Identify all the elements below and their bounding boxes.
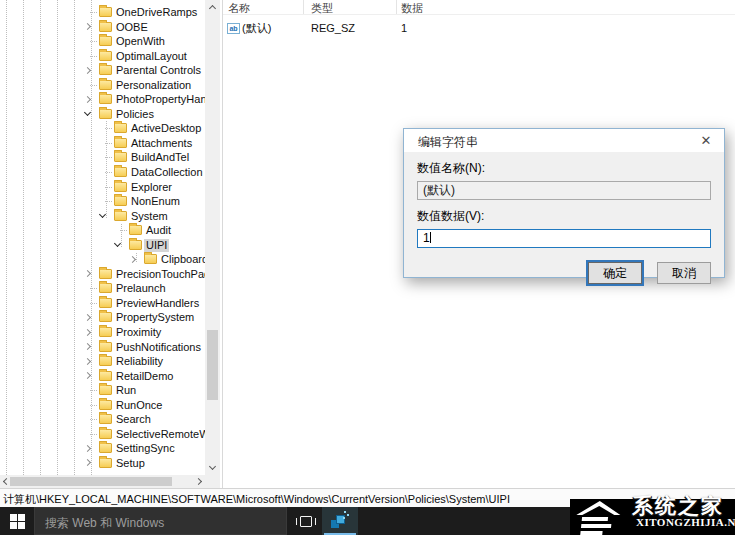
horizontal-scroll-thumb[interactable] xyxy=(10,477,172,486)
tree-item-selectiveremotewipe[interactable]: SelectiveRemoteWipe xyxy=(0,427,205,442)
value-row-default[interactable]: ab (默认) REG_SZ 1 xyxy=(223,21,735,35)
tree-item-label[interactable]: Policies xyxy=(114,108,156,121)
tree-item-uipi[interactable]: UIPI xyxy=(0,238,205,253)
column-header-data[interactable]: 数据 xyxy=(397,0,735,14)
cancel-button[interactable]: 取消 xyxy=(657,262,711,284)
tree-item-onedriveramps[interactable]: OneDriveRamps xyxy=(0,5,205,20)
chevron-right-icon[interactable] xyxy=(84,328,91,335)
tree-item-label[interactable]: ActiveDesktop xyxy=(129,122,203,135)
tree-item-label[interactable]: OOBE xyxy=(114,21,150,34)
tree-item-label[interactable]: PropertySystem xyxy=(114,311,196,324)
registry-tree[interactable]: OneDriveRampsOOBEOpenWithOptimalLayoutPa… xyxy=(0,0,205,475)
tree-item-label[interactable]: Run xyxy=(114,384,138,397)
tree-item-parental-controls[interactable]: Parental Controls xyxy=(0,63,205,78)
scroll-down-icon[interactable] xyxy=(209,463,216,470)
tree-item-run[interactable]: Run xyxy=(0,383,205,398)
tree-item-retaildemo[interactable]: RetailDemo xyxy=(0,369,205,384)
vertical-scroll-thumb[interactable] xyxy=(207,330,218,400)
tree-item-label[interactable]: NonEnum xyxy=(129,195,182,208)
value-data-input[interactable]: 1 xyxy=(417,229,711,248)
tree-item-label[interactable]: OptimalLayout xyxy=(114,50,189,63)
tree-item-label[interactable]: PreviewHandlers xyxy=(114,297,201,310)
chevron-down-icon[interactable] xyxy=(84,109,91,116)
tree-item-audit[interactable]: Audit xyxy=(0,223,205,238)
chevron-right-icon[interactable] xyxy=(84,270,91,277)
taskbar-search-input[interactable]: 搜索 Web 和 Windows xyxy=(34,507,287,535)
tree-horizontal-scrollbar[interactable] xyxy=(0,475,205,488)
tree-item-personalization[interactable]: Personalization xyxy=(0,78,205,93)
tree-item-label[interactable]: SelectiveRemoteWipe xyxy=(114,428,205,441)
dialog-titlebar[interactable]: 编辑字符串 ✕ xyxy=(404,129,724,152)
tree-item-label[interactable]: UIPI xyxy=(144,239,169,252)
tree-item-label[interactable]: PrecisionTouchPad xyxy=(114,268,205,281)
tree-item-policies[interactable]: Policies xyxy=(0,107,205,122)
chevron-right-icon[interactable] xyxy=(84,314,91,321)
chevron-right-icon[interactable] xyxy=(84,23,91,30)
tree-item-optimallayout[interactable]: OptimalLayout xyxy=(0,49,205,64)
tree-item-settingsync[interactable]: SettingSync xyxy=(0,441,205,456)
tree-item-label[interactable]: System xyxy=(129,210,170,223)
tree-item-label[interactable]: OneDriveRamps xyxy=(114,6,199,19)
chevron-right-icon[interactable] xyxy=(129,256,136,263)
tree-item-label[interactable]: DataCollection xyxy=(129,166,205,179)
tree-item-search[interactable]: Search xyxy=(0,412,205,427)
tree-vertical-scrollbar[interactable] xyxy=(205,0,220,475)
start-button[interactable] xyxy=(0,507,34,535)
chevron-right-icon[interactable] xyxy=(84,358,91,365)
chevron-right-icon[interactable] xyxy=(84,67,91,74)
ok-button[interactable]: 确定 xyxy=(588,262,642,284)
chevron-down-icon[interactable] xyxy=(114,240,121,247)
tree-item-photopropertyhandle[interactable]: PhotoPropertyHandle xyxy=(0,92,205,107)
tree-item-label[interactable]: PushNotifications xyxy=(114,341,203,354)
tree-item-label[interactable]: Prelaunch xyxy=(114,282,168,295)
scroll-left-icon[interactable] xyxy=(3,478,10,485)
tree-item-label[interactable]: SettingSync xyxy=(114,442,177,455)
scroll-up-icon[interactable] xyxy=(209,5,216,12)
tree-item-runonce[interactable]: RunOnce xyxy=(0,398,205,413)
tree-item-datacollection[interactable]: DataCollection xyxy=(0,165,205,180)
chevron-right-icon[interactable] xyxy=(84,445,91,452)
tree-item-previewhandlers[interactable]: PreviewHandlers xyxy=(0,296,205,311)
tree-item-label[interactable]: Personalization xyxy=(114,79,193,92)
tree-item-propertysystem[interactable]: PropertySystem xyxy=(0,310,205,325)
chevron-down-icon[interactable] xyxy=(99,211,106,218)
taskbar-regedit-button[interactable] xyxy=(322,507,358,535)
tree-item-buildandtel[interactable]: BuildAndTel xyxy=(0,150,205,165)
tree-item-activedesktop[interactable]: ActiveDesktop xyxy=(0,121,205,136)
chevron-right-icon[interactable] xyxy=(84,372,91,379)
tree-item-openwith[interactable]: OpenWith xyxy=(0,34,205,49)
tree-item-pushnotifications[interactable]: PushNotifications xyxy=(0,340,205,355)
tree-item-attachments[interactable]: Attachments xyxy=(0,136,205,151)
tree-item-system[interactable]: System xyxy=(0,209,205,224)
tree-item-label[interactable]: Parental Controls xyxy=(114,64,203,77)
chevron-right-icon[interactable] xyxy=(84,96,91,103)
task-view-button[interactable] xyxy=(291,507,321,535)
value-name[interactable]: (默认) xyxy=(240,21,304,36)
chevron-right-icon[interactable] xyxy=(84,459,91,466)
tree-item-label[interactable]: Explorer xyxy=(129,181,174,194)
tree-item-label[interactable]: OpenWith xyxy=(114,35,167,48)
tree-item-label[interactable]: PhotoPropertyHandle xyxy=(114,93,205,106)
tree-item-label[interactable]: Audit xyxy=(144,224,173,237)
tree-item-explorer[interactable]: Explorer xyxy=(0,180,205,195)
tree-item-label[interactable]: Proximity xyxy=(114,326,163,339)
tree-item-nonenum[interactable]: NonEnum xyxy=(0,194,205,209)
tree-item-label[interactable]: Search xyxy=(114,413,153,426)
tree-item-reliability[interactable]: Reliability xyxy=(0,354,205,369)
tree-item-clipboard[interactable]: Clipboard xyxy=(0,252,205,267)
tree-item-proximity[interactable]: Proximity xyxy=(0,325,205,340)
scroll-right-icon[interactable] xyxy=(195,478,202,485)
tree-item-setup[interactable]: Setup xyxy=(0,456,205,471)
tree-item-label[interactable]: RetailDemo xyxy=(114,370,175,383)
tree-item-label[interactable]: BuildAndTel xyxy=(129,151,191,164)
tree-item-label[interactable]: Attachments xyxy=(129,137,194,150)
tree-item-label[interactable]: Clipboard xyxy=(159,253,205,266)
column-header-type[interactable]: 类型 xyxy=(304,0,397,14)
close-icon[interactable]: ✕ xyxy=(694,131,718,150)
column-header-name[interactable]: 名称 xyxy=(223,0,304,14)
tree-item-prelaunch[interactable]: Prelaunch xyxy=(0,281,205,296)
chevron-right-icon[interactable] xyxy=(84,343,91,350)
tree-item-label[interactable]: RunOnce xyxy=(114,399,164,412)
tree-item-label[interactable]: Setup xyxy=(114,457,147,470)
tree-item-label[interactable]: Reliability xyxy=(114,355,165,368)
